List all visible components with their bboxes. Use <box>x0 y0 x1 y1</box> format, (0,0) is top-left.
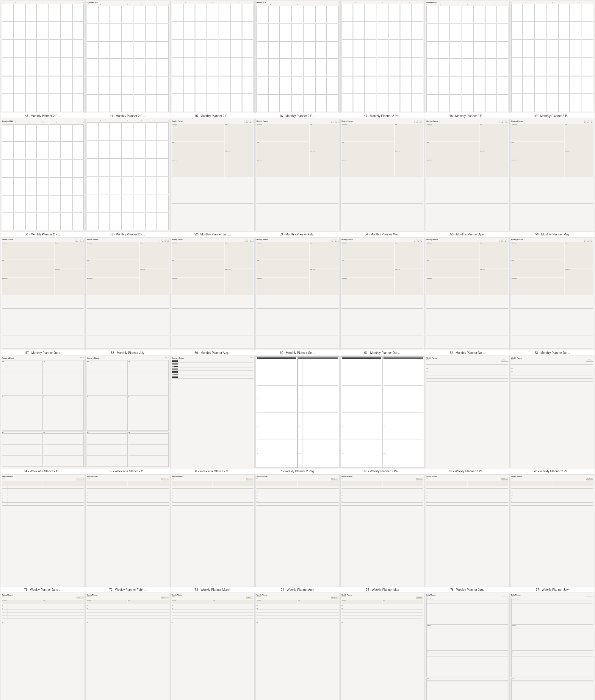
item-58[interactable]: Monthly PlannerSMTWTFS101972761525111342… <box>85 237 170 355</box>
item-83[interactable]: Daily PlannerDate:SMTWTFSToday's Priorit… <box>425 593 509 700</box>
thumbnail-63: Monthly PlannerSMTWTFS428195231563920322… <box>510 237 594 350</box>
label-56: 56 - Monthly Planner May <box>510 231 594 237</box>
label-48: 48 - Monthly Planner 2 P ... <box>425 113 509 118</box>
thumbnail-55: Monthly PlannerSMTWTFS311281431165424251… <box>425 119 509 231</box>
item-50[interactable]: December 2021SMTWTFS50 - Monthly Planner… <box>1 119 85 237</box>
thumbnail-81: Weekly PlannerNovemberSMTWTFS78910912714… <box>255 593 339 700</box>
thumbnail-47: SMTWTFS <box>340 1 425 113</box>
item-67[interactable]: MonTueWedThuFriSatSunNotes67 - Weekly Pl… <box>255 356 339 474</box>
item-54[interactable]: Monthly PlannerSMTWTFS210162691017281511… <box>340 119 425 237</box>
item-74[interactable]: Weekly PlannerAprilSMTWTFS78910912714151… <box>255 474 339 592</box>
item-70[interactable]: Weekly PlannerWeek:SMTWTFS71727374737671… <box>510 356 594 474</box>
thumbnail-76: Weekly PlannerJuneSMTWTFS789109127141516… <box>425 474 509 587</box>
thumbnail-69: Weekly PlannerWeek:SMTWTFS71727374737671… <box>425 356 509 469</box>
label-54: 54 - Monthly Planner Mar... <box>340 231 425 237</box>
item-48[interactable]: November 2021SMTWTFS48 - Monthly Planner… <box>425 1 509 118</box>
thumbnail-68: MonTueWedThuFriSatSunNotes <box>340 356 425 469</box>
item-59[interactable]: Monthly PlannerSMTWTFS242321224221111319… <box>170 237 255 355</box>
thumbnail-84: Daily PlannerDate:SMTWTFSToday's Priorit… <box>510 593 594 700</box>
label-47: 47 - Monthly Planner 2 Pa... <box>340 113 425 118</box>
thumbnail-71: Weekly PlannerJanuarySMTWTFS789109127141… <box>1 474 85 587</box>
label-50: 50 - Monthly Planner 2 P ... <box>1 231 85 237</box>
thumbnail-50: December 2021SMTWTFS <box>1 119 85 231</box>
item-53[interactable]: Monthly PlannerSMTWTFS202171026225331126… <box>255 119 339 237</box>
label-63: 63 - Monthly Planner De ... <box>510 350 594 355</box>
thumbnail-72: Weekly PlannerFebruarySMTWTFS78910912714… <box>85 474 170 587</box>
item-84[interactable]: Daily PlannerDate:SMTWTFSToday's Priorit… <box>510 593 594 700</box>
thumbnail-45: SMTWTFS <box>170 1 255 113</box>
thumbnail-74: Weekly PlannerAprilSMTWTFS78910912714151… <box>255 474 339 587</box>
item-64[interactable]: Week at a GlanceWeek of:MonTueWedThuFriS… <box>1 356 85 474</box>
thumbnail-43: SMTWTFS <box>1 1 85 113</box>
label-68: 68 - Weekly Planner 2 Pa ... <box>340 469 425 474</box>
item-47[interactable]: SMTWTFS47 - Monthly Planner 2 Pa... <box>340 1 425 118</box>
thumbnail-54: Monthly PlannerSMTWTFS210162691017281511… <box>340 119 425 231</box>
thumbnail-82: Weekly PlannerDecemberSMTWTFS78910912714… <box>340 593 425 700</box>
label-57: 57 - Monthly Planner June <box>1 350 85 355</box>
item-46[interactable]: October 2021SMTWTFS46 - Monthly Planner … <box>255 1 339 118</box>
item-57[interactable]: Monthly PlannerSMTWTFS211496182610245982… <box>1 237 85 355</box>
thumbnail-73: Weekly PlannerMarchSMTWTFS78910912714151… <box>170 474 255 587</box>
item-63[interactable]: Monthly PlannerSMTWTFS428195231563920322… <box>510 237 594 355</box>
thumbnail-79: Weekly PlannerSeptemberSMTWTFS7891091271… <box>85 593 170 700</box>
label-65: 65 - Week at a Glance - O ... <box>85 469 170 474</box>
thumbnail-60: Monthly PlannerSMTWTFS238611218142726410… <box>255 237 339 350</box>
item-56[interactable]: Monthly PlannerSMTWTFS824823261713845102… <box>510 119 594 237</box>
label-60: 60 - Monthly Planner Se ... <box>255 350 339 355</box>
label-43: 43 - Monthly Planner 2 P ... <box>1 113 85 118</box>
item-81[interactable]: Weekly PlannerNovemberSMTWTFS78910912714… <box>255 593 339 700</box>
label-59: 59 - Monthly Planner Aug... <box>170 350 255 355</box>
item-51[interactable]: SMTWTFS51 - Monthly Planner 2 P ... <box>85 119 170 237</box>
thumbnail-51: SMTWTFS <box>85 119 170 231</box>
thumbnail-52: Monthly PlannerSMTWTFS923751015101128412… <box>170 119 255 231</box>
label-72: 72 - Weekly Planner Febr ... <box>85 587 170 592</box>
label-70: 70 - Weekly Planner 2 Pa ... <box>510 469 594 474</box>
item-71[interactable]: Weekly PlannerJanuarySMTWTFS789109127141… <box>1 474 85 592</box>
thumbnail-53: Monthly PlannerSMTWTFS202171026225331126… <box>255 119 339 231</box>
thumbnail-80: Weekly PlannerOctoberSMTWTFS789109127141… <box>170 593 255 700</box>
item-68[interactable]: MonTueWedThuFriSatSunNotes68 - Weekly Pl… <box>340 356 425 474</box>
thumbnail-grid: SMTWTFS43 - Monthly Planner 2 P ...Septe… <box>0 0 595 700</box>
item-65[interactable]: Week at a GlanceWeek of:MonTueWedThuFriS… <box>85 356 170 474</box>
label-61: 61 - Monthly Planner Oct ... <box>340 350 425 355</box>
thumbnail-56: Monthly PlannerSMTWTFS824823261713845102… <box>510 119 594 231</box>
thumbnail-57: Monthly PlannerSMTWTFS211496182610245982… <box>1 237 85 350</box>
item-75[interactable]: Weekly PlannerMaySMTWTFS7891091271415161… <box>340 474 425 592</box>
label-67: 67 - Weekly Planner 2 Pag... <box>255 469 339 474</box>
item-73[interactable]: Weekly PlannerMarchSMTWTFS78910912714151… <box>170 474 255 592</box>
label-74: 74 - Weekly Planner April <box>255 587 339 592</box>
item-60[interactable]: Monthly PlannerSMTWTFS238611218142726410… <box>255 237 339 355</box>
label-44: 44 - Monthly Planner 2 P ... <box>85 113 170 118</box>
thumbnail-59: Monthly PlannerSMTWTFS242321224221111319… <box>170 237 255 350</box>
item-66[interactable]: Week at a GlanceWeek of:MONTUEWEDTHUFRIS… <box>170 356 255 474</box>
item-77[interactable]: Weekly PlannerJulySMTWTFS789109127141516… <box>510 474 594 592</box>
item-80[interactable]: Weekly PlannerOctoberSMTWTFS789109127141… <box>170 593 255 700</box>
thumbnail-48: November 2021SMTWTFS <box>425 1 509 113</box>
item-44[interactable]: September 2021SMTWTFS44 - Monthly Planne… <box>85 1 170 118</box>
label-53: 53 - Monthly Planner Feb... <box>255 231 339 237</box>
item-43[interactable]: SMTWTFS43 - Monthly Planner 2 P ... <box>1 1 85 118</box>
label-46: 46 - Monthly Planner 2 P ... <box>255 113 339 118</box>
item-52[interactable]: Monthly PlannerSMTWTFS923751015101128412… <box>170 119 255 237</box>
item-49[interactable]: SMTWTFS49 - Monthly Planner 2 P ... <box>510 1 594 118</box>
item-55[interactable]: Monthly PlannerSMTWTFS311281431165424251… <box>425 119 509 237</box>
item-45[interactable]: SMTWTFS45 - Monthly Planner 2 P ... <box>170 1 255 118</box>
item-78[interactable]: Weekly PlannerAugustSMTWTFS7891091271415… <box>1 593 85 700</box>
thumbnail-61: Monthly PlannerSMTWTFS122479132612165211… <box>340 237 425 350</box>
item-62[interactable]: Monthly PlannerSMTWTFS161211524172124241… <box>425 237 509 355</box>
label-52: 52 - Monthly Planner Jan ... <box>170 231 255 237</box>
thumbnail-67: MonTueWedThuFriSatSunNotes <box>255 356 339 469</box>
item-61[interactable]: Monthly PlannerSMTWTFS122479132612165211… <box>340 237 425 355</box>
label-62: 62 - Monthly Planner No ... <box>425 350 509 355</box>
item-79[interactable]: Weekly PlannerSeptemberSMTWTFS7891091271… <box>85 593 170 700</box>
thumbnail-75: Weekly PlannerMaySMTWTFS7891091271415161… <box>340 474 425 587</box>
label-69: 69 - Weekly Planner 2 Pa ... <box>425 469 509 474</box>
label-75: 75 - Weekly Planner May <box>340 587 425 592</box>
thumbnail-66: Week at a GlanceWeek of:MONTUEWEDTHUFRIS… <box>170 356 255 469</box>
item-72[interactable]: Weekly PlannerFebruarySMTWTFS78910912714… <box>85 474 170 592</box>
label-49: 49 - Monthly Planner 2 P ... <box>510 113 594 118</box>
item-76[interactable]: Weekly PlannerJuneSMTWTFS789109127141516… <box>425 474 509 592</box>
item-69[interactable]: Weekly PlannerWeek:SMTWTFS71727374737671… <box>425 356 509 474</box>
item-82[interactable]: Weekly PlannerDecemberSMTWTFS78910912714… <box>340 593 425 700</box>
label-77: 77 - Weekly Planner July <box>510 587 594 592</box>
